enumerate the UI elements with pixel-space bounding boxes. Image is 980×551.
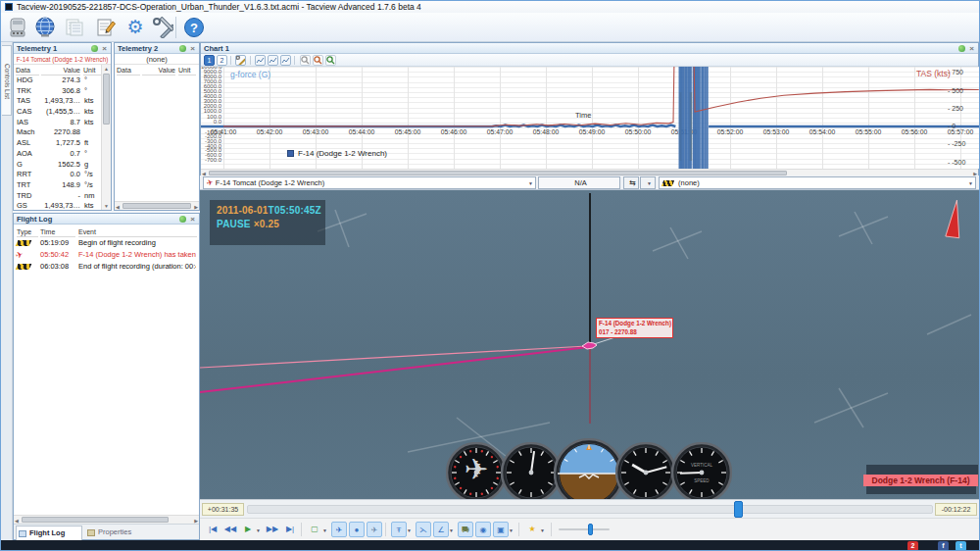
zoom-out-button[interactable] — [313, 55, 323, 66]
col-value[interactable]: Value — [41, 65, 80, 75]
selected-object-banner[interactable]: Dodge 1-2 Wrench (F-14) — [863, 475, 978, 486]
screenshot-button[interactable]: ▣ — [493, 522, 509, 537]
advanced-tools-icon[interactable] — [150, 15, 175, 40]
chart-preset-1-button[interactable]: 1 — [204, 55, 215, 66]
fast-forward-button[interactable]: ▶▶ — [265, 522, 280, 537]
measure-distance-button[interactable]: ⋋ — [416, 522, 431, 537]
selected-aircraft-view-button[interactable]: ✈ — [331, 522, 347, 537]
swap-objects-button[interactable]: ⇆ — [623, 176, 639, 189]
free-camera-button-dropdown[interactable]: ▼ — [322, 527, 327, 533]
skip-to-start-button[interactable]: |◀ — [205, 522, 220, 537]
primary-object-combo[interactable]: ✈ F-14 Tomcat (Dodge 1-2 Wrench)▼ — [203, 176, 536, 189]
chart-type-area-button[interactable] — [268, 55, 278, 66]
measure-angle-button-dropdown[interactable]: ▼ — [449, 527, 454, 533]
controls-list-tab[interactable]: Controls List — [2, 45, 12, 116]
telemetry-row[interactable]: G1562.5g — [14, 160, 102, 171]
col-event[interactable]: Event — [78, 226, 197, 237]
rewind-button[interactable]: ◀◀ — [222, 522, 238, 537]
telemetry-row[interactable]: TAS1,493,73…kts — [14, 96, 102, 107]
recording-device-icon[interactable] — [5, 15, 30, 40]
col-data[interactable]: Data — [16, 65, 39, 75]
favorites-button[interactable]: ★ — [524, 522, 540, 537]
col-unit[interactable]: Unit — [83, 65, 101, 75]
side-tab-strip: Controls List — [1, 42, 13, 540]
svg-text:⚙: ⚙ — [126, 17, 143, 37]
3d-viewport[interactable]: 2011-06-01T05:50:45Z PAUSE ×0.25 F-14 (D… — [200, 190, 979, 499]
telemetry-probe-button-dropdown[interactable]: ▼ — [407, 527, 412, 533]
col-unit[interactable]: Unit — [178, 65, 196, 75]
telemetry-1-subject[interactable]: F-14 Tomcat (Dodge 1-2 Wrench) — [14, 54, 111, 65]
tab-properties[interactable]: Properties — [85, 526, 152, 540]
edit-notes-icon[interactable] — [93, 15, 119, 40]
telemetry-row[interactable]: TRD-nm — [14, 191, 102, 202]
play-button[interactable]: ▶ — [240, 522, 256, 537]
favorites-button-dropdown[interactable]: ▼ — [540, 527, 545, 533]
measure-angle-button[interactable]: ∠ — [433, 522, 449, 537]
ground-units-button[interactable]: ⛟ — [458, 522, 473, 537]
col-value[interactable]: Value — [142, 65, 175, 75]
chart-type-bar-button[interactable] — [280, 55, 291, 66]
pin-icon[interactable] — [179, 45, 186, 52]
telemetry-row[interactable]: CAS(1,455,5…kts — [14, 107, 102, 118]
timeline-thumb[interactable] — [734, 501, 743, 518]
globe-online-icon[interactable] — [32, 15, 58, 40]
flight-log-row[interactable]: ✈05:50:42F-14 (Dodge 1-2 Wrench) has tak… — [14, 249, 198, 261]
telemetry-row[interactable]: ASL1,727.5ft — [14, 138, 102, 149]
help-icon[interactable]: ? — [181, 15, 207, 40]
tab-flight-log[interactable]: Flight Log — [16, 526, 82, 540]
close-icon[interactable]: × — [967, 43, 976, 54]
swap-options-button[interactable]: ▼ — [640, 176, 656, 189]
pin-icon[interactable] — [958, 45, 965, 52]
flight-log-document-icon — [64, 17, 85, 38]
close-icon[interactable]: × — [188, 43, 197, 54]
col-time[interactable]: Time — [40, 226, 75, 237]
chart-preset-2-button[interactable]: 2 — [217, 55, 227, 66]
flight-log-scrollbar[interactable]: ◀ ▶ — [14, 515, 199, 524]
heading-indicator-gauge: ✈ — [446, 442, 507, 499]
timeline-track[interactable] — [247, 505, 933, 514]
pin-icon[interactable] — [91, 45, 98, 52]
flight-log-row[interactable]: 06:03:08End of flight recording (duratio… — [14, 261, 198, 273]
telemetry-row[interactable]: AOA0.7° — [14, 149, 102, 160]
globe-view-button[interactable]: ● — [349, 522, 365, 537]
telemetry-row[interactable]: HDG274.3° — [14, 75, 102, 86]
play-button-dropdown[interactable]: ▼ — [256, 527, 261, 533]
free-camera-button[interactable]: ▢ — [307, 522, 322, 537]
telemetry-row[interactable]: TRK306.8° — [14, 86, 102, 97]
telemetry-row[interactable]: RRT0.0°/s — [14, 170, 102, 180]
telemetry-2-subject[interactable]: (none) — [115, 54, 199, 65]
selected-banner-bottom — [866, 486, 976, 494]
secondary-object-combo[interactable]: (none)▼ — [659, 176, 976, 189]
telemetry-1-scrollbar[interactable]: ▲ ▼ — [101, 65, 111, 210]
facebook-icon[interactable]: f — [938, 541, 949, 551]
chart-type-line-button[interactable] — [255, 55, 266, 66]
telemetry-probe-button[interactable]: Ŧ — [391, 522, 407, 537]
world-overlay-button[interactable]: ◉ — [475, 522, 491, 537]
telemetry-row[interactable]: IAS8.7kts — [14, 118, 102, 128]
screenshot-button-dropdown[interactable]: ▼ — [509, 527, 514, 533]
notification-badge[interactable]: 2 — [907, 541, 918, 551]
telemetry-2-scrollbar[interactable]: ◀ ▶ — [115, 201, 199, 210]
flight-log-row[interactable]: 05:19:09Begin of flight recording — [14, 237, 198, 249]
chart-plot[interactable]: 05:41:0005:42:0005:43:0005:44:0005:45:00… — [201, 67, 980, 169]
close-icon[interactable]: × — [188, 214, 197, 225]
zoom-in-button[interactable] — [325, 55, 336, 66]
zoom-slider-track[interactable] — [559, 528, 610, 530]
zoom-slider-thumb[interactable] — [588, 524, 593, 535]
aircraft-label[interactable]: F-14 (Dodge 1-2 Wrench) 017 - 2270.88 — [596, 318, 673, 338]
telemetry-row[interactable]: Mach2270.88 — [14, 127, 102, 138]
twitter-icon[interactable]: t — [956, 541, 966, 551]
col-data[interactable]: Data — [117, 65, 140, 75]
col-type[interactable]: Type — [17, 226, 38, 237]
skip-to-end-button[interactable]: ▶| — [282, 522, 298, 537]
pin-icon[interactable] — [179, 216, 186, 223]
flight-log-document-icon[interactable] — [62, 15, 87, 40]
close-icon[interactable]: × — [100, 43, 109, 54]
settings-gear-icon[interactable]: ⚙ — [122, 15, 148, 40]
external-view-button[interactable]: ✈ — [367, 522, 382, 537]
telemetry-row[interactable]: GS1,493,73…kts — [14, 201, 102, 212]
secondary-value-box[interactable]: N/A — [538, 176, 620, 189]
chart-options-wrench-icon[interactable] — [235, 55, 246, 66]
telemetry-row[interactable]: TRT148.9°/s — [14, 180, 102, 191]
zoom-reset-button[interactable] — [300, 55, 311, 66]
